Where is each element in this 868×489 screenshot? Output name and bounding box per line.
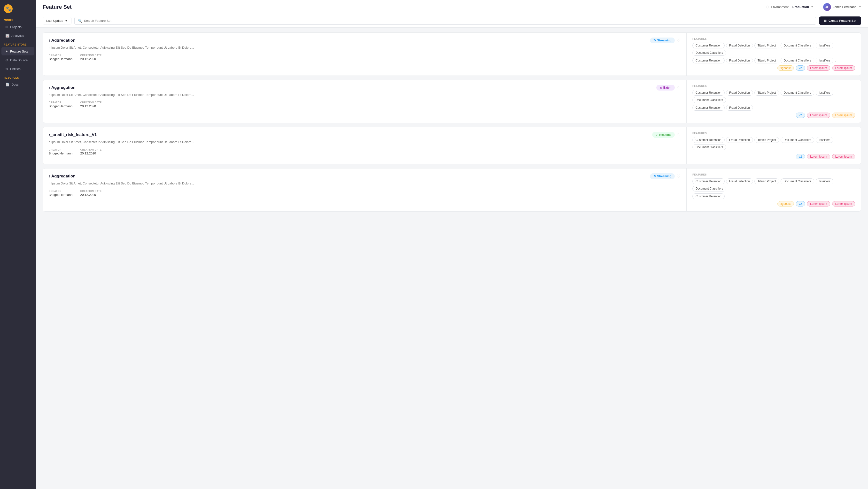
user-chevron-icon: ▼ bbox=[859, 6, 861, 8]
search-bar[interactable]: 🔍 bbox=[74, 17, 816, 25]
feature-set-card: r_credit_risk_feature_V1 ✓ Realtime ♡ h … bbox=[42, 127, 861, 164]
last-update-filter[interactable]: Last Update ▼ bbox=[42, 17, 71, 25]
card-left: r Aggregation ↻ Streaming ♡ h Ipsum Dolo… bbox=[43, 33, 687, 75]
chevron-down-icon: ▼ bbox=[811, 6, 813, 8]
feature-tag: Document Classifiers bbox=[781, 137, 814, 143]
sidebar: 🐾 MODEL ⊞ Projects 📈 Analytics FEATURE S… bbox=[0, 0, 36, 489]
sidebar-item-analytics[interactable]: 📈 Analytics bbox=[1, 31, 34, 40]
meta-features: CREATOR Bridget Hermann bbox=[49, 149, 72, 155]
sidebar-label-feature-sets: Feature Sets bbox=[10, 50, 28, 53]
card-meta: CREATOR Bridget Hermann CREATION DATE 20… bbox=[49, 101, 681, 108]
meta-creator: CREATION DATE 20.12.2020 bbox=[80, 190, 102, 197]
features-section: FEATURES Customer Retention Fraud Detect… bbox=[692, 85, 855, 110]
card-header: r Aggregation ↻ Streaming ♡ bbox=[49, 173, 681, 179]
environment-selector[interactable]: ⊕ Environment Production ▼ bbox=[766, 5, 818, 9]
card-title: r Aggregation bbox=[49, 174, 75, 178]
version-tags: xgboost v2 Lorem ipsum Lorem ipsum bbox=[692, 65, 855, 71]
features-section: FEATURES Customer Retention Fraud Detect… bbox=[692, 132, 855, 152]
features-row-2: Customer Retention Fraud Detection bbox=[692, 105, 855, 110]
card-right: FEATURES Customer Retention Fraud Detect… bbox=[687, 127, 861, 164]
version-tag-v2: v2 bbox=[796, 154, 805, 159]
toolbar: Last Update ▼ 🔍 ⊞ Create Feature Set bbox=[36, 14, 868, 28]
feature-tag: Iassifiers bbox=[816, 178, 833, 184]
feature-tag: Titanic Project bbox=[754, 178, 779, 184]
version-tag-xgboost: xgboost bbox=[777, 65, 794, 71]
feature-tag: Document Classifiers bbox=[781, 90, 814, 96]
favorite-button[interactable]: ♡ bbox=[677, 173, 681, 179]
feature-tag: Iassifiers bbox=[816, 137, 833, 143]
features-section: FEATURES Customer Retention Fraud Detect… bbox=[692, 37, 855, 63]
version-tags: xgboost v2 Lorem ipsum Lorem ipsum bbox=[692, 201, 855, 206]
features-row-1: Customer Retention Fraud Detection Titan… bbox=[692, 178, 855, 192]
version-tag-lorem-2: Lorem ipsum bbox=[832, 154, 855, 159]
card-header: r Aggregation ↻ Streaming ♡ bbox=[49, 37, 681, 43]
favorite-button[interactable]: ♡ bbox=[677, 132, 681, 137]
version-tag-v2: v2 bbox=[796, 201, 805, 206]
create-grid-icon: ⊞ bbox=[824, 19, 827, 23]
user-name: Jones Ferdinand bbox=[833, 5, 857, 9]
feature-tag: Fraud Detection bbox=[726, 105, 753, 110]
sidebar-item-feature-sets[interactable]: ✦ Feature Sets bbox=[1, 47, 34, 56]
streaming-icon: ↻ bbox=[653, 39, 656, 42]
version-tags: v2 Lorem ipsum Lorem ipsum bbox=[692, 112, 855, 118]
search-input[interactable] bbox=[84, 19, 812, 23]
feature-sets-icon: ✦ bbox=[5, 50, 8, 53]
features-row-2: Customer Retention Fraud Detection Titan… bbox=[692, 58, 855, 63]
card-left: r_credit_risk_feature_V1 ✓ Realtime ♡ h … bbox=[43, 127, 687, 164]
version-tags: v2 Lorem ipsum Lorem ipsum bbox=[692, 154, 855, 159]
card-description: h Ipsum Dolor Sit Amet, Consectetur Adip… bbox=[49, 140, 681, 144]
feature-tag: Customer Retention bbox=[692, 43, 724, 48]
sidebar-section-feature-store: FEATURE STORE bbox=[0, 40, 36, 47]
version-tag-lorem-2: Lorem ipsum bbox=[832, 201, 855, 206]
feature-tag: Customer Retention bbox=[692, 193, 724, 199]
feature-tag: Iassifiers bbox=[816, 90, 833, 96]
features-label: FEATURES bbox=[692, 132, 855, 135]
feature-set-card: r Aggregation ⊚ Batch ♡ h Ipsum Dolor Si… bbox=[42, 79, 861, 123]
sidebar-item-projects[interactable]: ⊞ Projects bbox=[1, 23, 34, 31]
user-menu[interactable]: JF Jones Ferdinand ▼ bbox=[823, 3, 861, 11]
feature-tag: Document Classifiers bbox=[692, 50, 726, 56]
sidebar-item-data-source[interactable]: ⊙ Data Source bbox=[1, 56, 34, 64]
favorite-button[interactable]: ♡ bbox=[677, 85, 681, 90]
sidebar-label-docs: Docs bbox=[11, 83, 19, 87]
feature-tag: Document Classifiers bbox=[781, 43, 814, 48]
card-description: h Ipsum Dolor Sit Amet, Consectetur Adip… bbox=[49, 93, 681, 97]
card-left: r Aggregation ↻ Streaming ♡ h Ipsum Dolo… bbox=[43, 168, 687, 211]
feature-tag: Document Classifiers bbox=[692, 144, 726, 150]
feature-tag: Fraud Detection bbox=[726, 178, 753, 184]
feature-tag: Titanic Project bbox=[754, 43, 779, 48]
grid-icon: ⊞ bbox=[5, 25, 8, 29]
version-tag-xgboost: xgboost bbox=[777, 201, 794, 206]
feature-tag: Customer Retention bbox=[692, 178, 724, 184]
data-source-icon: ⊙ bbox=[5, 58, 8, 62]
topbar: Feature Set ⊕ Environment Production ▼ J… bbox=[36, 0, 868, 14]
feature-tag: Titanic Project bbox=[754, 58, 779, 63]
entities-icon: ⊛ bbox=[5, 67, 8, 71]
feature-set-card: r Aggregation ↻ Streaming ♡ h Ipsum Dolo… bbox=[42, 168, 861, 211]
meta-features: CREATOR Bridget Hermann bbox=[49, 101, 72, 108]
environment-label: Environment bbox=[771, 5, 788, 9]
filter-chevron-icon: ▼ bbox=[65, 19, 68, 23]
meta-creator: CREATION DATE 20.12.2020 bbox=[80, 149, 102, 155]
feature-tag: Document Classifiers bbox=[781, 178, 814, 184]
feature-tag: Customer Retention bbox=[692, 58, 724, 63]
streaming-icon: ↻ bbox=[653, 174, 656, 178]
realtime-icon: ✓ bbox=[656, 133, 658, 136]
layers-icon: ⊕ bbox=[766, 5, 769, 9]
create-feature-set-button[interactable]: ⊞ Create Feature Set bbox=[819, 17, 861, 25]
docs-icon: 📄 bbox=[5, 83, 9, 87]
meta-creator: CREATION DATE 20.12.2020 bbox=[80, 54, 102, 61]
version-tag-lorem-1: Lorem ipsum bbox=[807, 201, 830, 206]
feature-tag: Document Classifiers bbox=[692, 186, 726, 192]
card-badges: ⊚ Batch ♡ bbox=[656, 85, 681, 91]
favorite-button[interactable]: ♡ bbox=[677, 38, 681, 43]
features-more: ... bbox=[835, 59, 837, 62]
page-title: Feature Set bbox=[42, 4, 72, 10]
sidebar-item-entities[interactable]: ⊛ Entities bbox=[1, 65, 34, 73]
feature-tag: Customer Retention bbox=[692, 90, 724, 96]
sidebar-item-docs[interactable]: 📄 Docs bbox=[1, 80, 34, 89]
card-meta: CREATOR Bridget Hermann CREATION DATE 20… bbox=[49, 54, 681, 61]
feature-tag: Fraud Detection bbox=[726, 58, 753, 63]
card-badges: ↻ Streaming ♡ bbox=[650, 37, 681, 43]
feature-tag: Iassifiers bbox=[816, 43, 833, 48]
